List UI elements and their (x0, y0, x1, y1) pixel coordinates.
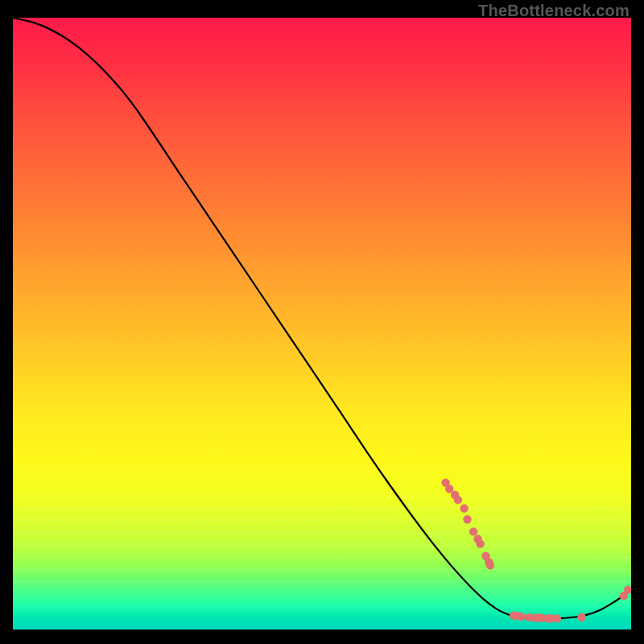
chart-marker (476, 539, 484, 547)
chart-marker (486, 561, 494, 569)
chart-curve (13, 18, 631, 619)
chart-marker (577, 613, 585, 621)
chart-marker (469, 527, 477, 535)
chart-svg (13, 18, 631, 630)
app-frame: TheBottleneck.com (0, 0, 644, 644)
chart-marker (463, 515, 471, 523)
chart-marker (517, 613, 525, 621)
chart-plot-area (13, 18, 631, 630)
chart-markers-group (441, 478, 631, 622)
chart-marker (553, 614, 561, 622)
chart-marker (460, 504, 468, 512)
chart-marker (454, 496, 462, 504)
